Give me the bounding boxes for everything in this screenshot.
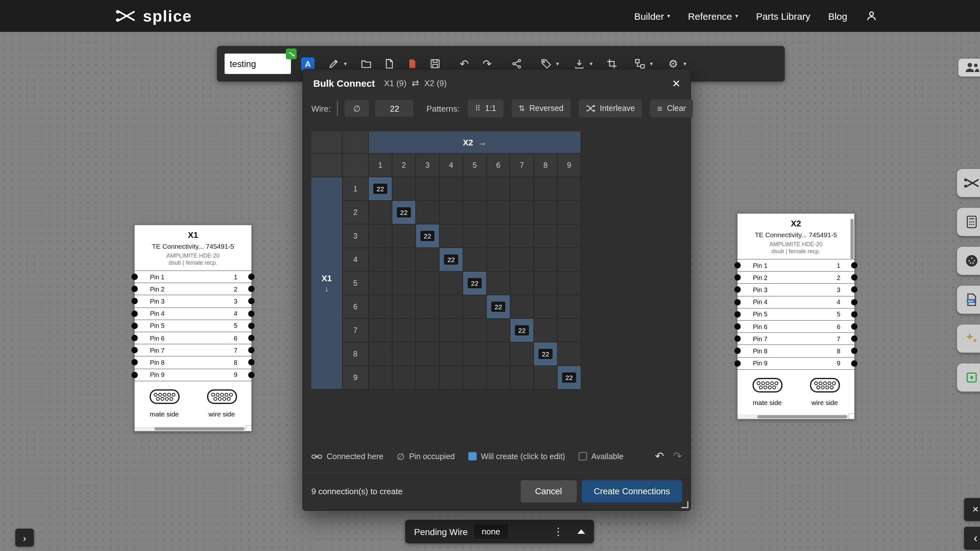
pin-row[interactable]: Pin 44 — [738, 295, 854, 308]
pin-row[interactable]: Pin 11 — [135, 270, 251, 283]
pin-dot-left[interactable] — [734, 275, 741, 281]
horizontal-scrollbar[interactable] — [135, 427, 246, 431]
matrix-cell[interactable] — [416, 295, 440, 319]
pin-row[interactable]: Pin 99 — [738, 357, 854, 369]
pin-dot-left[interactable] — [734, 335, 741, 342]
pin-dot-left[interactable] — [734, 360, 741, 366]
pin-dot-left[interactable] — [131, 372, 138, 378]
matrix-cell[interactable] — [511, 248, 534, 272]
matrix-cell[interactable] — [392, 224, 416, 248]
gauge-badge[interactable]: 22 — [491, 301, 505, 312]
splice-tool-button[interactable] — [957, 169, 980, 197]
matrix-cell[interactable] — [440, 201, 463, 224]
matrix-cell[interactable] — [416, 177, 440, 201]
matrix-cell[interactable] — [463, 177, 487, 201]
text-style-button[interactable]: A — [301, 57, 315, 70]
matrix-cell[interactable] — [440, 177, 463, 201]
chevron-down-icon[interactable]: ▾ — [556, 60, 559, 67]
pin-dot-left[interactable] — [131, 347, 138, 353]
ai-assist-button[interactable] — [957, 325, 980, 353]
brand-logo[interactable]: splice — [115, 7, 192, 25]
pdf-export-button[interactable]: PDF — [957, 286, 980, 314]
chevron-down-icon[interactable]: ▾ — [590, 60, 592, 67]
gauge-badge[interactable]: 22 — [538, 349, 552, 359]
pin-dot-left[interactable] — [131, 335, 138, 341]
matrix-cell[interactable] — [511, 201, 534, 224]
document-name-input[interactable] — [224, 54, 291, 74]
matrix-cell[interactable]: 22 — [416, 224, 440, 248]
gauge-badge[interactable]: 22 — [444, 254, 458, 265]
matrix-cell[interactable] — [392, 177, 416, 201]
pin-row[interactable]: Pin 77 — [135, 344, 251, 356]
matrix-cell[interactable] — [558, 177, 581, 201]
matrix-cell[interactable] — [416, 201, 440, 224]
matrix-cell[interactable] — [463, 343, 487, 366]
matrix-cell[interactable] — [369, 248, 392, 272]
matrix-cell[interactable]: 22 — [369, 177, 392, 201]
matrix-cell[interactable] — [558, 224, 581, 248]
matrix-cell[interactable] — [558, 272, 581, 295]
matrix-cell[interactable] — [463, 366, 487, 390]
pin-dot-left[interactable] — [131, 286, 138, 292]
pin-dot-right[interactable] — [248, 323, 255, 329]
pin-dot-left[interactable] — [734, 299, 741, 305]
matrix-cell[interactable] — [440, 366, 463, 390]
pin-row[interactable]: Pin 11 — [738, 259, 854, 271]
matrix-cell[interactable]: 22 — [511, 319, 534, 343]
pin-row[interactable]: Pin 55 — [738, 308, 854, 320]
matrix-cell[interactable] — [416, 343, 440, 366]
gauge-badge[interactable]: 22 — [562, 372, 576, 383]
pin-row[interactable]: Pin 66 — [738, 320, 854, 332]
collaborators-button[interactable] — [958, 59, 980, 76]
matrix-cell[interactable] — [534, 366, 558, 390]
matrix-cell[interactable] — [487, 177, 511, 201]
matrix-cell[interactable] — [534, 248, 558, 272]
pin-dot-right[interactable] — [248, 347, 255, 353]
matrix-cell[interactable]: 22 — [558, 366, 581, 390]
matrix-cell[interactable] — [511, 177, 534, 201]
nav-item-builder[interactable]: Builder ▾ — [634, 11, 670, 21]
pin-dot-left[interactable] — [734, 287, 741, 293]
matrix-cell[interactable] — [416, 366, 440, 390]
matrix-cell[interactable] — [487, 343, 511, 366]
pin-row[interactable]: Pin 22 — [135, 283, 251, 295]
connector-card-x1[interactable]: X1 TE Connectivity... 745491-5 AMPLIMITE… — [134, 224, 252, 432]
matrix-cell[interactable] — [534, 319, 558, 343]
pin-dot-left[interactable] — [131, 273, 138, 280]
matrix-cell[interactable] — [487, 248, 511, 272]
matrix-cell[interactable] — [440, 319, 463, 343]
matrix-cell[interactable] — [487, 319, 511, 343]
pin-dot-left[interactable] — [131, 298, 138, 305]
matrix-cell[interactable]: 22 — [463, 272, 487, 295]
matrix-cell[interactable]: 22 — [440, 248, 463, 272]
scrollbar-thumb[interactable] — [155, 427, 244, 430]
pin-dot-right[interactable] — [851, 348, 858, 354]
pin-dot-left[interactable] — [131, 323, 138, 329]
matrix-cell[interactable] — [463, 248, 487, 272]
pattern-clear-button[interactable]: ≡ Clear — [650, 100, 693, 118]
matrix-cell[interactable] — [463, 201, 487, 224]
matrix-cell[interactable] — [392, 295, 416, 319]
pin-dot-right[interactable] — [851, 335, 858, 342]
matrix-cell[interactable] — [511, 295, 534, 319]
matrix-cell[interactable] — [534, 272, 558, 295]
calculator-button[interactable] — [957, 208, 980, 236]
matrix-cell[interactable] — [392, 343, 416, 366]
vertical-scrollbar-thumb[interactable] — [851, 219, 854, 260]
matrix-cell[interactable] — [534, 201, 558, 224]
pending-wire-value[interactable]: none — [474, 524, 508, 539]
collapse-right-panel-button[interactable]: ‹ — [964, 527, 980, 550]
matrix-cell[interactable]: 22 — [392, 201, 416, 224]
matrix-cell[interactable] — [440, 343, 463, 366]
kebab-menu-icon[interactable]: ⋮ — [549, 526, 567, 538]
matrix-cell[interactable] — [463, 319, 487, 343]
pin-row[interactable]: Pin 77 — [738, 332, 854, 345]
pin-dot-right[interactable] — [851, 262, 858, 268]
nav-item-reference[interactable]: Reference ▾ — [688, 11, 738, 21]
chevron-down-icon[interactable]: ▾ — [650, 60, 653, 67]
matrix-cell[interactable]: 22 — [487, 295, 511, 319]
close-icon[interactable]: × — [672, 76, 680, 90]
matrix-cell[interactable] — [416, 248, 440, 272]
pin-dot-right[interactable] — [248, 286, 255, 292]
matrix-cell[interactable] — [392, 319, 416, 343]
